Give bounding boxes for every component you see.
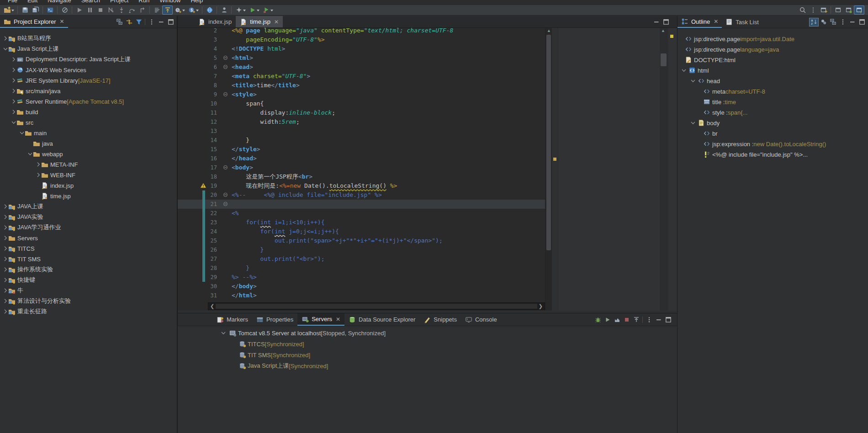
step-return-button[interactable] (137, 5, 148, 15)
code-line[interactable]: 14 } (178, 136, 545, 145)
explorer-item[interactable]: WEB-INF (0, 169, 177, 180)
dropdown-caret-icon[interactable] (257, 10, 259, 11)
scroll-up-icon[interactable]: ▲ (661, 28, 665, 33)
search-button[interactable] (797, 5, 808, 15)
chev-open-icon[interactable] (689, 119, 697, 127)
explorer-item[interactable]: Java Script上课 (0, 43, 177, 54)
suspend-button[interactable] (85, 5, 95, 15)
explorer-item[interactable]: 3.0Deployment Descriptor: Java Script上课 (0, 54, 177, 64)
minimize-button[interactable] (651, 17, 661, 26)
step-into-button[interactable] (116, 5, 127, 15)
dropdown-caret-icon[interactable] (243, 10, 246, 11)
code-line[interactable]: 20<%-- <%@ include file="include.jsp" %> (178, 190, 545, 200)
terminate-button[interactable] (95, 5, 106, 15)
scroll-up-icon[interactable]: ▲ (547, 28, 551, 33)
explorer-item[interactable]: TIT SMS (0, 253, 177, 264)
view-menu-button[interactable] (644, 315, 654, 324)
menu-help[interactable]: Help (185, 0, 208, 5)
outline-item[interactable]: style : span{... (677, 107, 868, 117)
maximize-button[interactable] (663, 315, 673, 324)
coverage-button[interactable]: $ (186, 5, 197, 15)
new-wizard-button[interactable] (2, 5, 12, 15)
code-line[interactable]: 3 pageEncoding="UTF-8"%> (178, 35, 545, 44)
code-line[interactable]: 15</style> (178, 145, 545, 154)
skip-breakpoints-button[interactable] (59, 5, 70, 15)
menu-project[interactable]: Project (105, 0, 133, 5)
code-line[interactable]: 23 for(int i=1;i<10;i++){ (178, 218, 545, 227)
code-line[interactable]: 13 (178, 127, 545, 136)
bottom-tab-data-source-explorer[interactable]: Data Source Explorer (344, 313, 419, 326)
explorer-item[interactable]: src/main/java (0, 85, 177, 96)
code-line[interactable]: 28 } (178, 264, 545, 273)
scroll-right-icon[interactable]: ❯ (539, 303, 543, 309)
code-line[interactable]: 7<meta charset="UTF-8"> (178, 72, 545, 81)
new-task-button[interactable] (173, 5, 183, 15)
dropdown-caret-icon[interactable] (270, 10, 273, 11)
code-line[interactable]: 2<%@ page language="java" contentType="t… (178, 28, 545, 35)
code-line[interactable]: 31</html> (178, 291, 545, 300)
chev-open-icon[interactable] (680, 67, 688, 74)
explorer-item[interactable]: JRE System Library [JavaSE-17] (0, 75, 177, 85)
run-button[interactable] (247, 5, 258, 15)
explorer-item[interactable]: index.jsp (0, 180, 177, 190)
editor-tab-index.jsp[interactable]: index.jsp (194, 16, 236, 27)
debug-button[interactable] (261, 5, 271, 15)
code-line[interactable]: 4<!DOCTYPE html> (178, 44, 545, 53)
chev-open-icon[interactable] (220, 329, 227, 337)
editor-vertical-scrollbar[interactable]: ▲ (545, 28, 552, 311)
vertical-scroll-thumb[interactable] (661, 53, 667, 66)
filter-button[interactable] (134, 18, 143, 26)
code-line[interactable]: 22<% (178, 209, 545, 218)
close-icon[interactable]: ✕ (714, 18, 718, 25)
editor-horizontal-scrollbar[interactable]: ❮ ❯ (208, 302, 545, 310)
outline-item[interactable]: jsp:directive.page import=java.util.Date (677, 33, 868, 44)
code-line[interactable]: 16</head> (178, 154, 545, 163)
code-line[interactable]: 24 for(int j=0;j<=i;j++){ (178, 227, 545, 236)
server-item[interactable]: Tomcat v8.5 Server at localhost [Stopped… (178, 327, 677, 338)
code-line[interactable]: 12 width:5rem; (178, 117, 545, 127)
explorer-item[interactable]: JAVA实验 (0, 211, 177, 222)
outline-item[interactable]: head (677, 75, 868, 86)
code-line[interactable]: 5<html> (178, 53, 545, 63)
link-editor-button[interactable] (124, 18, 134, 26)
editor-overview-ruler[interactable] (552, 28, 558, 311)
menu-edit[interactable]: Edit (22, 0, 42, 5)
console-button[interactable] (45, 5, 55, 15)
explorer-item[interactable]: B站黑马程序 (0, 33, 177, 43)
web-browser-button[interactable] (204, 5, 215, 15)
bottom-tab-snippets[interactable]: Snippets (419, 313, 461, 326)
bottom-tab-properties[interactable]: Properties (252, 313, 297, 326)
outline-item[interactable]: body (677, 117, 868, 128)
explorer-item[interactable]: Server Runtime [Apache Tomcat v8.5] (0, 96, 177, 106)
explorer-item[interactable]: TITCS (0, 243, 177, 253)
mark-occurrences-button[interactable] (162, 5, 173, 15)
collapse-all-button[interactable] (115, 18, 124, 26)
outline-item[interactable]: html (677, 65, 868, 75)
code-line[interactable]: 26 } (178, 245, 545, 254)
close-icon[interactable]: ✕ (274, 19, 279, 25)
start-server-button[interactable] (603, 315, 612, 324)
disconnect-button[interactable] (106, 5, 116, 15)
server-item[interactable]: Java Script上课 [Synchronized] (178, 360, 677, 371)
explorer-item[interactable]: JAX-WS Web Services (0, 64, 177, 75)
code-line[interactable]: 30</body> (178, 282, 545, 291)
code-line[interactable]: 29%> --%> (178, 273, 545, 282)
code-line[interactable]: 10 span{ (178, 99, 545, 108)
sort-alpha-button[interactable]: az (809, 18, 819, 26)
menu-run[interactable]: Run (133, 0, 154, 5)
open-perspective-button[interactable] (818, 5, 829, 15)
explorer-item[interactable]: 快捷键 (0, 275, 177, 285)
explorer-item[interactable]: 操作系统实验 (0, 264, 177, 275)
bottom-tab-servers[interactable]: Servers✕ (297, 313, 344, 326)
fold-marker-icon[interactable] (223, 165, 228, 169)
maximize-button[interactable] (661, 17, 671, 26)
bottom-tab-markers[interactable]: Markers (212, 313, 252, 326)
dropdown-caret-icon[interactable] (196, 10, 199, 11)
menu-window[interactable]: Window (154, 0, 185, 5)
view-menu-button[interactable] (147, 18, 156, 26)
step-over-button[interactable] (127, 5, 137, 15)
fold-marker-icon[interactable] (223, 92, 228, 96)
user-button[interactable] (219, 5, 229, 15)
fold-marker-icon[interactable] (223, 65, 228, 69)
code-editor[interactable]: 2<%@ page language="java" contentType="t… (178, 28, 545, 311)
